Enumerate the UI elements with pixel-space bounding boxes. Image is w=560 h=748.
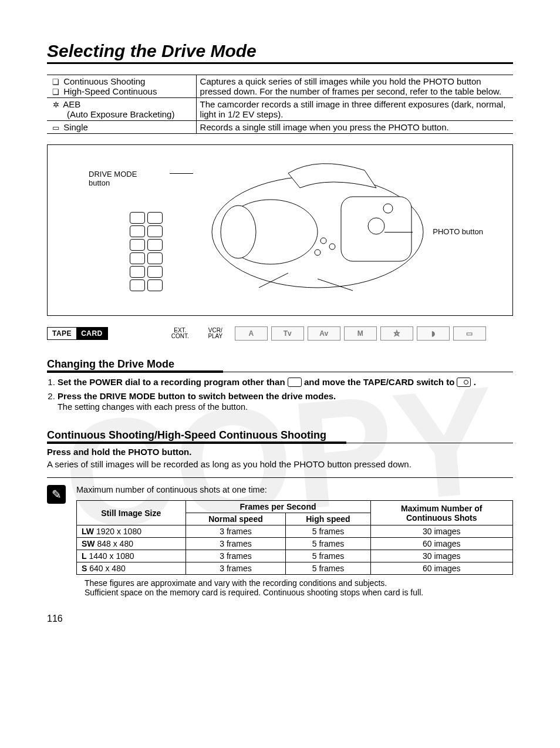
step1-end: .: [474, 377, 476, 387]
svg-point-6: [321, 238, 326, 244]
mode-m: M: [344, 326, 377, 341]
mode-a: A: [235, 326, 268, 341]
drive-mode-label: DRIVE MODE: [89, 170, 137, 178]
mode-scn-icon: ◗: [417, 326, 450, 341]
page-number: 116: [47, 614, 513, 624]
col-max: Maximum Number ofContinuous Shots: [370, 501, 512, 525]
table-row: L 1440 x 1080 3 frames 5 frames 30 image…: [77, 550, 513, 562]
mode-card-icon: ▭: [453, 326, 486, 341]
drive-modes-table: ❏ Continuous Shooting ❏ High-Speed Conti…: [47, 75, 513, 134]
mode-night-icon: ⛤: [380, 326, 413, 341]
press-hold-instruction: Press and hold the PHOTO button.: [47, 447, 513, 457]
footnote-1: These figures are approximate and vary w…: [85, 578, 513, 588]
high-speed-icon: ❏: [50, 87, 61, 96]
card-icon: [457, 378, 471, 387]
step2-sub: The setting changes with each press of t…: [58, 402, 513, 412]
mode-av: Av: [308, 326, 340, 341]
empty-program-icon: [288, 378, 302, 387]
svg-line-9: [318, 279, 353, 291]
leader-line: [384, 232, 413, 233]
button-column-illustration: [130, 212, 177, 293]
page-title: Selecting the Drive Mode: [47, 41, 513, 64]
tape-card-switch: TAPE CARD: [47, 327, 108, 340]
table-row: SW 848 x 480 3 frames 5 frames 60 images: [77, 538, 513, 550]
continuous-shooting-heading: Continuous Shooting/High-Speed Continuou…: [47, 429, 513, 443]
changing-drive-mode-heading: Changing the Drive Mode: [47, 358, 513, 372]
mode-desc: The camcorder records a still image in t…: [196, 98, 513, 121]
fps-table: Still Image Size Frames per Second Maxim…: [76, 500, 513, 575]
col-high: High speed: [286, 513, 370, 525]
svg-point-2: [221, 205, 256, 258]
table-row: S 640 x 480 3 frames 5 frames 60 images: [77, 562, 513, 575]
mode-label: Single: [63, 122, 88, 132]
svg-point-8: [315, 250, 321, 255]
table-row: LW 1920 x 1080 3 frames 5 frames 30 imag…: [77, 525, 513, 538]
camera-diagram: DRIVE MODE button: [47, 144, 513, 316]
footnote-2: Sufficient space on the memory card is r…: [85, 588, 513, 597]
svg-point-7: [329, 244, 335, 250]
svg-point-4: [368, 218, 384, 234]
ext-cont-label: EXT.CONT.: [164, 327, 196, 340]
step-1: Set the POWER dial to a recording progra…: [58, 377, 513, 388]
mode-desc: Captures a quick series of still images …: [196, 75, 513, 98]
drive-mode-label2: button: [89, 178, 110, 187]
col-size: Still Image Size: [77, 501, 186, 525]
mode-bar: TAPE CARD EXT.CONT. VCR/PLAY A Tv Av M ⛤…: [47, 326, 513, 341]
svg-line-10: [259, 273, 288, 288]
continuous-body: A series of still images will be recorde…: [47, 459, 513, 469]
col-fps: Frames per Second: [185, 501, 370, 513]
step2-title: Press the DRIVE MODE button to switch be…: [58, 391, 336, 401]
continuous-icon: ❏: [50, 78, 61, 86]
step-2: Press the DRIVE MODE button to switch be…: [58, 391, 513, 412]
note-icon: ✎: [47, 485, 66, 504]
mode-desc: Records a single still image when you pr…: [196, 121, 513, 134]
card-label-active: CARD: [76, 328, 107, 339]
note-intro: Maximum number of continuous shots at on…: [76, 485, 513, 494]
mode-label: Continuous Shooting: [63, 76, 145, 86]
leader-line: [170, 173, 193, 174]
camcorder-illustration: [200, 156, 435, 305]
mode-label: AEB: [63, 99, 80, 109]
mode-label-sub: (Auto Exposure Bracketing): [50, 109, 193, 119]
aeb-icon: ✲: [50, 100, 61, 109]
step1-post: and move the TAPE/CARD switch to: [304, 377, 457, 387]
single-icon: ▭: [50, 123, 61, 132]
mode-label: High-Speed Continuous: [63, 86, 157, 96]
col-normal: Normal speed: [185, 513, 286, 525]
step1-pre: Set the POWER dial to a recording progra…: [58, 377, 288, 387]
mode-tv: Tv: [271, 326, 304, 341]
tape-label: TAPE: [48, 328, 76, 339]
vcr-play-label: VCR/PLAY: [200, 327, 231, 340]
photo-button-label: PHOTO button: [433, 227, 483, 236]
svg-point-5: [383, 204, 393, 213]
steps-list: Set the POWER dial to a recording progra…: [47, 377, 513, 412]
note-block: ✎ Maximum number of continuous shots at …: [47, 477, 513, 597]
